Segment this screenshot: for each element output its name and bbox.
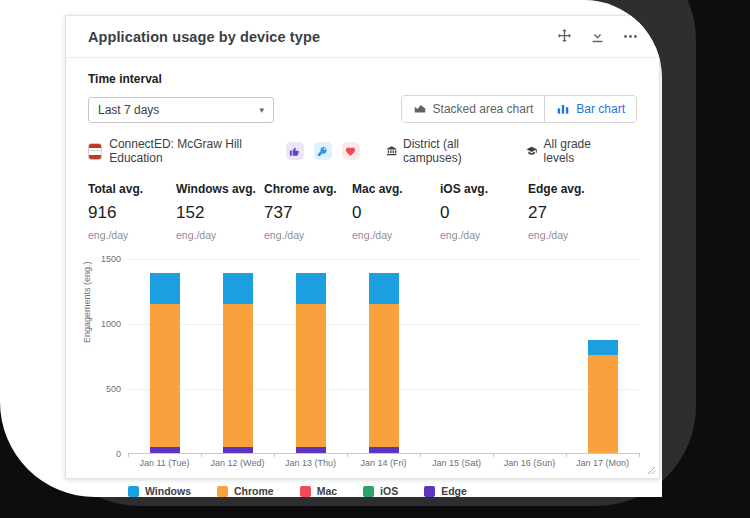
legend-swatch bbox=[217, 486, 228, 497]
time-interval-select[interactable]: Last 7 days ▾ bbox=[88, 97, 274, 123]
x-axis-label: Jan 14 (Fri) bbox=[347, 458, 420, 468]
bar-segment-windows[interactable] bbox=[296, 273, 326, 304]
bar-slot bbox=[420, 259, 493, 453]
legend-label: iOS bbox=[380, 485, 398, 497]
reaction-badges bbox=[286, 142, 360, 160]
y-axis-label: Engagements (eng.) bbox=[82, 261, 92, 343]
stat-total: Total avg. 916 eng./day bbox=[88, 182, 176, 241]
x-tick-mark bbox=[420, 453, 421, 457]
stat-label: Chrome avg. bbox=[264, 182, 352, 196]
chart-plot: 050010001500Jan 11 (Tue)Jan 12 (Wed)Jan … bbox=[128, 259, 639, 454]
stat-ios: iOS avg. 0 eng./day bbox=[440, 182, 528, 241]
stacked-bar-4[interactable] bbox=[369, 273, 399, 453]
stat-edge: Edge avg. 27 eng./day bbox=[528, 182, 616, 241]
grades-indicator: All grade levels bbox=[526, 137, 609, 165]
legend-swatch bbox=[424, 486, 435, 497]
x-axis-label: Jan 17 (Mon) bbox=[566, 458, 639, 468]
stacked-bar-2[interactable] bbox=[223, 273, 253, 453]
x-tick-mark bbox=[128, 453, 129, 457]
bar-slot bbox=[566, 259, 639, 453]
stacked-bar-3[interactable] bbox=[296, 273, 326, 453]
legend-item-windows[interactable]: Windows bbox=[128, 485, 191, 497]
usage-widget-card: Application usage by device type Time in… bbox=[65, 15, 660, 479]
stat-windows: Windows avg. 152 eng./day bbox=[176, 182, 264, 241]
bar-segment-edge[interactable] bbox=[150, 447, 180, 453]
bar-slot bbox=[128, 259, 201, 453]
controls-row: Last 7 days ▾ Stacked area chart Bar cha… bbox=[88, 95, 637, 123]
scope-label: District (all campuses) bbox=[403, 137, 498, 165]
app-name: ConnectED: McGraw Hill Education bbox=[109, 137, 263, 165]
bar-segment-chrome[interactable] bbox=[588, 355, 618, 453]
stat-value: 152 bbox=[176, 203, 264, 223]
stacked-area-chart-button[interactable]: Stacked area chart bbox=[402, 96, 545, 122]
download-icon[interactable] bbox=[589, 28, 606, 45]
graduation-cap-icon bbox=[526, 144, 537, 158]
bar-slot bbox=[347, 259, 420, 453]
stat-mac: Mac avg. 0 eng./day bbox=[352, 182, 440, 241]
area-chart-icon bbox=[413, 102, 427, 116]
stat-unit: eng./day bbox=[352, 229, 440, 241]
time-interval-label: Time interval bbox=[88, 72, 637, 86]
chart: Engagements (eng.) 050010001500Jan 11 (T… bbox=[88, 257, 637, 495]
bar-segment-windows[interactable] bbox=[369, 273, 399, 304]
heart-icon[interactable] bbox=[342, 142, 360, 160]
x-axis-label: Jan 12 (Wed) bbox=[201, 458, 274, 468]
legend-swatch bbox=[363, 486, 374, 497]
stat-label: Edge avg. bbox=[528, 182, 616, 196]
stacked-bar-7[interactable] bbox=[588, 340, 618, 453]
more-icon[interactable] bbox=[622, 28, 639, 45]
bar-segment-chrome[interactable] bbox=[223, 304, 253, 447]
bar-segment-edge[interactable] bbox=[369, 447, 399, 453]
stat-value: 0 bbox=[352, 203, 440, 223]
card-header: Application usage by device type bbox=[66, 16, 659, 58]
stat-label: Windows avg. bbox=[176, 182, 264, 196]
white-canvas: Application usage by device type Time in… bbox=[0, 0, 662, 497]
resize-handle[interactable] bbox=[647, 466, 656, 475]
legend-item-ios[interactable]: iOS bbox=[363, 485, 398, 497]
bar-segment-windows[interactable] bbox=[223, 273, 253, 304]
bar-segment-windows[interactable] bbox=[150, 273, 180, 304]
time-interval-value: Last 7 days bbox=[98, 103, 159, 117]
legend-label: Mac bbox=[317, 485, 337, 497]
bar-chart-button[interactable]: Bar chart bbox=[544, 96, 636, 122]
stats-row: Total avg. 916 eng./day Windows avg. 152… bbox=[88, 182, 637, 241]
stat-label: iOS avg. bbox=[440, 182, 528, 196]
move-icon[interactable] bbox=[556, 28, 573, 45]
stat-chrome: Chrome avg. 737 eng./day bbox=[264, 182, 352, 241]
bar-slot bbox=[493, 259, 566, 453]
chart-legend: Windows Chrome Mac iOS bbox=[128, 485, 467, 497]
card-body: Time interval Last 7 days ▾ Stacked area… bbox=[66, 58, 659, 495]
stat-unit: eng./day bbox=[264, 229, 352, 241]
legend-item-edge[interactable]: Edge bbox=[424, 485, 467, 497]
stat-unit: eng./day bbox=[440, 229, 528, 241]
x-tick-mark bbox=[201, 453, 202, 457]
stat-unit: eng./day bbox=[528, 229, 616, 241]
grades-label: All grade levels bbox=[544, 137, 609, 165]
x-tick-mark bbox=[566, 453, 567, 457]
key-icon[interactable] bbox=[314, 142, 332, 160]
y-tick-label: 1000 bbox=[91, 319, 121, 329]
legend-item-mac[interactable]: Mac bbox=[300, 485, 337, 497]
stacked-area-chart-label: Stacked area chart bbox=[433, 102, 534, 116]
bar-chart-label: Bar chart bbox=[576, 102, 625, 116]
bar-segment-edge[interactable] bbox=[223, 447, 253, 453]
scope-indicator: District (all campuses) bbox=[386, 137, 499, 165]
y-tick-label: 0 bbox=[91, 449, 121, 459]
x-axis-label: Jan 13 (Thu) bbox=[274, 458, 347, 468]
bar-segment-edge[interactable] bbox=[296, 447, 326, 453]
thumbs-up-icon[interactable] bbox=[286, 142, 304, 160]
legend-item-chrome[interactable]: Chrome bbox=[217, 485, 274, 497]
bar-slot bbox=[274, 259, 347, 453]
y-tick-label: 1500 bbox=[91, 254, 121, 264]
stat-value: 27 bbox=[528, 203, 616, 223]
bar-segment-windows[interactable] bbox=[588, 340, 618, 355]
stacked-bar-1[interactable] bbox=[150, 273, 180, 453]
chart-type-toggle: Stacked area chart Bar chart bbox=[401, 95, 637, 123]
bar-segment-chrome[interactable] bbox=[150, 304, 180, 447]
stat-label: Total avg. bbox=[88, 182, 176, 196]
bar-segment-chrome[interactable] bbox=[296, 304, 326, 447]
stat-label: Mac avg. bbox=[352, 182, 440, 196]
bar-segment-chrome[interactable] bbox=[369, 304, 399, 447]
stat-value: 737 bbox=[264, 203, 352, 223]
legend-label: Chrome bbox=[234, 485, 274, 497]
